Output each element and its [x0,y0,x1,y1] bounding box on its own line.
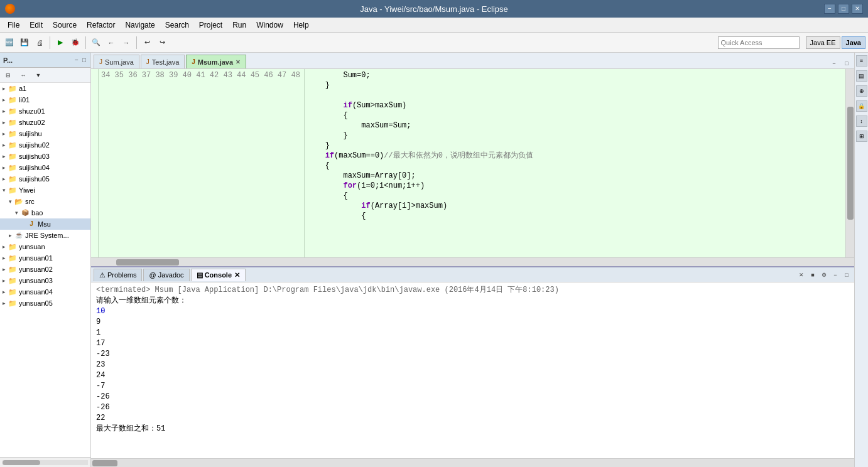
sidebar-item-suijishu04[interactable]: ▸📁suijishu04 [0,162,90,173]
menu-window[interactable]: Window [251,19,288,31]
arrow-src: ▾ [6,198,14,205]
collapse-all-btn[interactable]: ⊟ [1,68,15,82]
arrow-yunsuan: ▸ [0,244,8,250]
bottom-maximize-btn[interactable]: □ [842,270,852,280]
bottom-scroll-thumb-x[interactable] [92,460,117,466]
sidebar-item-shuzu02[interactable]: ▸📁shuzu02 [0,117,90,128]
sidebar-item-Yiwei[interactable]: ▾📁Yiwei [0,185,90,196]
sidebar-item-suijishu03[interactable]: ▸📁suijishu03 [0,151,90,162]
java-perspective[interactable]: Java [842,36,865,49]
search-btn[interactable]: 🔍 [89,36,103,50]
sidebar-item-src[interactable]: ▾📂src [0,196,90,207]
undo-btn[interactable]: ↩ [140,36,154,50]
sidebar-item-suijishu[interactable]: ▸📁suijishu [0,128,90,139]
maximize-button[interactable]: □ [838,4,849,14]
right-btn-6[interactable]: ⊞ [856,131,867,142]
java-ee-perspective[interactable]: Java EE [806,36,840,49]
project-icon: 📁 [8,129,18,139]
sidebar-header: P... − □ [0,53,90,68]
label-yunsuan03: yunsuan03 [19,277,53,284]
msum-tab-close[interactable]: ✕ [236,59,241,65]
menu-search[interactable]: Search [160,19,194,31]
sidebar-item-yunsuan02[interactable]: ▸📁yunsuan02 [0,264,90,275]
back-btn[interactable]: ← [104,36,118,50]
editor-scroll-thumb-y[interactable] [847,107,854,220]
javadoc-tab-label: Javadoc [158,271,184,279]
sidebar-item-JRE[interactable]: ▸☕JRE System... [0,230,90,241]
sidebar-item-Msu[interactable]: JMsu [0,218,90,230]
tab-console[interactable]: ▤ Console ✕ [191,269,246,281]
tab-test-java[interactable]: J Test.java [141,55,185,68]
sidebar-item-yunsuan05[interactable]: ▸📁yunsuan05 [0,298,90,309]
debug-button[interactable]: 🐞 [68,36,82,50]
editor-scroll-thumb-x[interactable] [116,259,179,266]
link-editor-btn[interactable]: ↔ [16,68,30,82]
tab-maximize-btn[interactable]: □ [842,58,852,68]
sidebar-item-shuzu01[interactable]: ▸📁shuzu01 [0,105,90,117]
sidebar-item-li01[interactable]: ▸📁li01 [0,94,90,105]
menu-run[interactable]: Run [227,19,251,31]
menu-project[interactable]: Project [194,19,227,31]
right-btn-2[interactable]: ▤ [856,70,867,82]
label-li01: li01 [19,96,30,104]
tab-problems[interactable]: ⚠ Problems [94,269,142,281]
sidebar-tab-controls[interactable]: − □ [73,56,87,63]
quick-access-box[interactable] [718,36,800,49]
sidebar-item-yunsuan04[interactable]: ▸📁yunsuan04 [0,286,90,298]
editor-horizontal-scrollbar[interactable] [91,257,854,266]
close-button[interactable]: ✕ [852,4,863,14]
menu-help[interactable]: Help [288,19,314,31]
redo-btn[interactable]: ↪ [155,36,169,50]
sidebar-menu-btn[interactable]: ▼ [31,68,45,82]
console-tab-close[interactable]: ✕ [234,271,240,279]
menu-refactor[interactable]: Refactor [82,19,120,31]
problems-tab-label: Problems [107,271,136,279]
print-button[interactable]: 🖨 [33,36,46,50]
tab-minimize-btn[interactable]: − [829,58,839,68]
arrow-suijishu02: ▸ [0,142,8,148]
console-clear-btn[interactable]: ✕ [796,270,806,280]
console-stop-btn[interactable]: ■ [808,270,818,280]
tab-javadoc[interactable]: @ Javadoc [143,269,189,281]
editor-vertical-scrollbar[interactable] [845,69,854,257]
window-controls[interactable]: − □ ✕ [824,4,863,14]
console-terminated-line: <terminated> Msum [Java Application] D:\… [96,285,849,296]
minimize-button[interactable]: − [824,4,835,14]
sidebar-item-yunsuan03[interactable]: ▸📁yunsuan03 [0,275,90,286]
menu-edit[interactable]: Edit [24,19,48,31]
main-layout: P... − □ ⊟ ↔ ▼ ▸📁a1▸📁li01▸📁shuzu01▸📁shuz… [0,53,868,467]
sidebar-maximize-btn[interactable]: □ [81,56,87,63]
bottom-minimize-btn[interactable]: − [830,270,840,280]
console-options-btn[interactable]: ⚙ [819,270,829,280]
menu-file[interactable]: File [3,19,24,31]
label-JRE: JRE System... [25,232,69,239]
right-btn-5[interactable]: ↕ [856,115,867,127]
sidebar-item-suijishu05[interactable]: ▸📁suijishu05 [0,173,90,185]
sidebar-scroll-thumb[interactable] [3,460,40,465]
sidebar-item-a1[interactable]: ▸📁a1 [0,83,90,94]
run-button[interactable]: ▶ [53,36,67,50]
tab-sum-java[interactable]: J Sum.java [94,55,139,68]
label-src: src [25,198,35,205]
sidebar-item-bao[interactable]: ▾📦bao [0,207,90,218]
sidebar-item-yunsuan[interactable]: ▸📁yunsuan [0,241,90,252]
forward-btn[interactable]: → [119,36,133,50]
tab-msum-java[interactable]: J Msum.java ✕ [186,55,246,68]
quick-access-input[interactable] [721,39,796,46]
sidebar-scroll-track[interactable] [3,460,88,465]
save-button[interactable]: 💾 [18,36,31,50]
menu-source[interactable]: Source [48,19,82,31]
right-btn-4[interactable]: 🔒 [856,100,867,112]
right-btn-3[interactable]: ⊕ [856,85,867,97]
new-button[interactable]: 🆕 [3,36,16,50]
sidebar-item-yunsuan01[interactable]: ▸📁yunsuan01 [0,252,90,264]
sidebar-horizontal-scrollbar[interactable] [0,457,90,467]
sidebar-item-suijishu02[interactable]: ▸📁suijishu02 [0,139,90,151]
code-content[interactable]: Sum=0; } if(Sum>maxSum) { maxSum=Sum; } … [305,69,845,257]
sidebar-minimize-btn[interactable]: − [73,56,80,63]
menu-navigate[interactable]: Navigate [120,19,160,31]
line-numbers: 34 35 36 37 38 39 40 41 42 43 44 45 46 4… [99,69,305,257]
bottom-horizontal-scrollbar[interactable] [91,458,854,467]
right-sidebar: ≡ ▤ ⊕ 🔒 ↕ ⊞ [854,53,868,467]
right-btn-1[interactable]: ≡ [856,55,867,67]
